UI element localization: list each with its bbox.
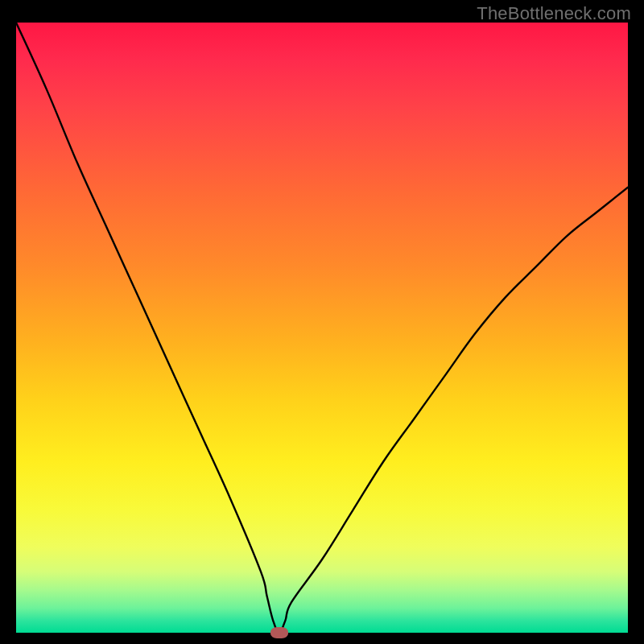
watermark-text: TheBottleneck.com bbox=[477, 3, 631, 24]
minimum-marker bbox=[270, 627, 288, 638]
chart-frame: TheBottleneck.com bbox=[0, 0, 644, 644]
plot-area bbox=[16, 23, 628, 633]
bottleneck-curve bbox=[16, 23, 628, 633]
